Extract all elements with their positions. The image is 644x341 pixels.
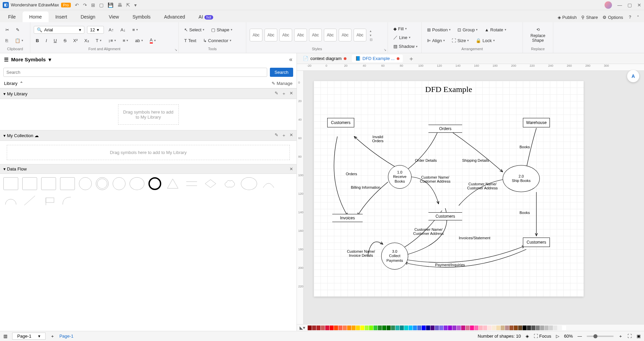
label-cust-invoice[interactable]: Customer Name/ Invoice Details	[341, 249, 381, 257]
color-swatch[interactable]	[426, 326, 430, 330]
color-swatch[interactable]	[514, 326, 518, 330]
line-button[interactable]: ／ Line▾	[391, 33, 413, 42]
position-button[interactable]: ⊞ Position▾	[425, 26, 453, 34]
entity-customers-1[interactable]: Customers	[327, 118, 354, 127]
color-swatch[interactable]	[536, 326, 540, 330]
section-data-flow[interactable]: ▾ Data Flow ✕	[0, 164, 297, 174]
color-swatch[interactable]	[422, 326, 426, 330]
process-3[interactable]: 3.0Collect Payments	[381, 243, 408, 270]
page-link[interactable]: Page-1	[59, 334, 74, 339]
zoom-out-icon[interactable]: —	[578, 334, 582, 339]
shape-tool[interactable]: ▢ Shape▾	[209, 26, 234, 34]
new-tab-button[interactable]: ＋	[405, 53, 418, 64]
entity-warehouse[interactable]: Warehouse	[523, 118, 550, 127]
color-swatch[interactable]	[321, 326, 325, 330]
select-tool[interactable]: ↖ Select▾	[182, 26, 206, 34]
symbol-search-input[interactable]	[3, 68, 267, 77]
zoom-in-icon[interactable]: ＋	[618, 333, 623, 339]
color-swatch[interactable]	[531, 326, 535, 330]
mycol-add-icon[interactable]: ＋	[282, 132, 286, 138]
diagram-title[interactable]: DFD Example	[425, 85, 472, 94]
tab-view[interactable]: View	[102, 11, 126, 22]
color-swatch[interactable]	[312, 326, 316, 330]
mycol-edit-icon[interactable]: ✎	[275, 132, 278, 138]
shape-ellipse-2[interactable]	[241, 177, 257, 190]
color-swatch[interactable]	[505, 326, 509, 330]
label-billing[interactable]: Billing Information	[351, 185, 380, 189]
color-swatch[interactable]	[400, 326, 404, 330]
shape-circle-2[interactable]	[113, 177, 125, 190]
layers-icon[interactable]: ◈	[526, 334, 529, 339]
color-swatch[interactable]	[391, 326, 395, 330]
color-swatch[interactable]	[435, 326, 439, 330]
copy-icon[interactable]: ⎘	[3, 37, 10, 44]
focus-button[interactable]: ⛶ Focus	[534, 334, 551, 339]
color-swatch[interactable]	[378, 326, 382, 330]
color-swatch[interactable]	[330, 326, 334, 330]
lock-button[interactable]: 🔒 Lock▾	[474, 37, 497, 44]
save-icon[interactable]: 💾	[108, 2, 113, 8]
dataflow-close-icon[interactable]: ✕	[289, 166, 293, 172]
library-collapse-icon[interactable]: ⌃	[20, 81, 23, 86]
ai-assist-badge[interactable]: A	[627, 70, 639, 82]
shape-arc-1[interactable]	[261, 177, 276, 190]
text-tool[interactable]: T Text	[182, 37, 198, 44]
style-swatch-3[interactable]: Abc	[279, 29, 292, 41]
store-customers[interactable]: Customers	[428, 212, 462, 220]
styles-down-icon[interactable]: ▾	[370, 33, 372, 37]
undo-icon[interactable]: ↶	[75, 2, 79, 8]
color-swatch[interactable]	[518, 326, 522, 330]
new-icon[interactable]: ⊞	[91, 2, 95, 8]
align-button[interactable]: ⊫ Align▾	[425, 37, 447, 44]
tab-home[interactable]: Home	[23, 11, 49, 22]
color-swatch[interactable]	[487, 326, 492, 330]
color-swatch[interactable]	[404, 326, 408, 330]
color-swatch[interactable]	[466, 326, 470, 330]
color-swatch[interactable]	[417, 326, 421, 330]
store-orders[interactable]: Orders	[428, 125, 462, 133]
color-swatch[interactable]	[549, 326, 553, 330]
symbol-search-button[interactable]: Search	[270, 68, 293, 77]
shape-cloud[interactable]	[222, 177, 237, 190]
diagram-page[interactable]: DFD Example	[314, 81, 584, 297]
label-cust-addr-2[interactable]: Customer Name/ Customer Address	[462, 182, 503, 190]
font-family-select[interactable]: 🔍 Arial▾	[34, 26, 84, 34]
zoom-slider[interactable]	[587, 336, 614, 337]
color-swatch[interactable]	[325, 326, 329, 330]
collapse-panel-icon[interactable]: «	[289, 56, 292, 63]
tab-symbols[interactable]: Symbols	[126, 11, 158, 22]
color-swatch[interactable]	[544, 326, 549, 330]
style-swatch-6[interactable]: Abc	[324, 29, 337, 41]
open-icon[interactable]: ▢	[99, 2, 104, 8]
color-swatch[interactable]	[373, 326, 377, 330]
label-order-details[interactable]: Order Details	[415, 158, 437, 162]
color-swatch[interactable]	[387, 326, 391, 330]
styles-up-icon[interactable]: ▴	[370, 29, 372, 33]
options-button[interactable]: ⚙ Options	[603, 15, 623, 20]
style-swatch-2[interactable]: Abc	[264, 29, 277, 41]
mycol-close-icon[interactable]: ✕	[289, 132, 293, 138]
color-swatch[interactable]	[558, 326, 562, 330]
help-icon[interactable]: ？	[628, 14, 632, 20]
doc-tab-context[interactable]: 📄 context diagram	[300, 55, 350, 62]
cut-icon[interactable]: ✂	[3, 26, 11, 34]
color-swatch[interactable]	[540, 326, 544, 330]
close-icon[interactable]: ✕	[637, 2, 641, 8]
shape-arc-2[interactable]	[60, 194, 75, 207]
minimize-icon[interactable]: —	[617, 2, 622, 8]
export-icon[interactable]: ⇱	[126, 2, 130, 8]
font-expand-icon[interactable]: ↘	[174, 48, 177, 52]
rotate-button[interactable]: ▲ Rotate▾	[482, 26, 508, 34]
tab-file[interactable]: File	[1, 11, 23, 22]
pages-icon[interactable]: ▥	[3, 334, 7, 339]
fit-page-icon[interactable]: ⛶	[627, 334, 632, 339]
replace-shape-button[interactable]: ⟲Replace Shape	[526, 26, 550, 44]
doc-tab-dfd[interactable]: 📘 DFD Example ...	[352, 55, 403, 62]
color-swatch[interactable]	[523, 326, 527, 330]
strike-icon[interactable]: S	[61, 37, 68, 44]
label-invoices-stmt[interactable]: Invoices/Statement	[459, 236, 491, 240]
paste-icon[interactable]: 📋▾	[13, 37, 25, 44]
color-swatch[interactable]	[509, 326, 513, 330]
color-swatch[interactable]	[334, 326, 338, 330]
color-swatch[interactable]	[352, 326, 356, 330]
